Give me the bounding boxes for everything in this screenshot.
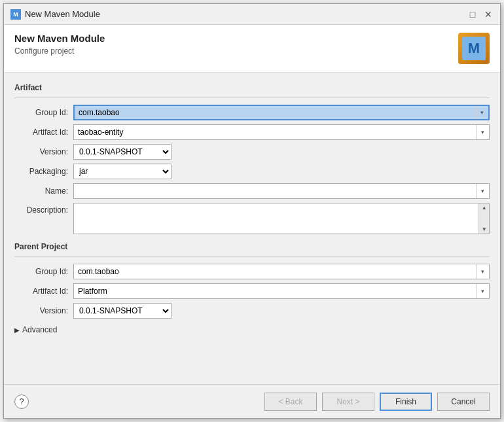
parent-artifact-id-row: Artifact Id: ▾ — [14, 283, 490, 299]
name-input[interactable] — [74, 185, 476, 197]
dialog: M New Maven Module □ ✕ New Maven Module … — [3, 3, 501, 419]
parent-version-select-wrapper: 0.0.1-SNAPSHOT — [73, 303, 171, 319]
title-bar-left: M New Maven Module — [10, 9, 100, 20]
parent-version-select[interactable]: 0.0.1-SNAPSHOT — [73, 303, 171, 319]
name-input-wrapper: ▾ — [73, 183, 490, 199]
group-id-dropdown-arrow[interactable]: ▾ — [475, 106, 488, 119]
description-textarea-wrapper: ▲ ▼ — [73, 203, 490, 234]
header-subtitle: Configure project — [14, 46, 105, 56]
header-icon-letter: M — [462, 37, 486, 60]
name-dropdown-arrow[interactable]: ▾ — [476, 184, 489, 198]
footer: ? < Back Next > Finish Cancel — [4, 384, 500, 418]
parent-project-title: Parent Project — [14, 242, 490, 251]
artifact-id-input-wrapper: ▾ — [73, 124, 490, 140]
description-label: Description: — [14, 203, 73, 215]
advanced-label: Advanced — [22, 325, 57, 334]
parent-version-label: Version: — [14, 306, 73, 315]
packaging-select[interactable]: jar war pom ear — [73, 164, 171, 179]
maven-icon: M — [10, 9, 21, 20]
parent-version-row: Version: 0.0.1-SNAPSHOT — [14, 303, 490, 319]
header-maven-icon: M — [458, 33, 490, 64]
group-id-input-wrapper: ▾ — [73, 105, 490, 120]
help-button[interactable]: ? — [14, 395, 29, 409]
parent-artifact-id-dropdown-arrow[interactable]: ▾ — [476, 284, 489, 298]
artifact-id-dropdown-arrow[interactable]: ▾ — [476, 125, 489, 139]
parent-project-section: Parent Project Group Id: ▾ Artifact Id: … — [14, 242, 490, 319]
parent-project-divider — [14, 256, 490, 257]
packaging-row: Packaging: jar war pom ear — [14, 164, 490, 179]
footer-buttons: < Back Next > Finish Cancel — [264, 393, 490, 411]
advanced-arrow-icon: ▶ — [14, 326, 20, 334]
name-row: Name: ▾ — [14, 183, 490, 199]
header-text: New Maven Module Configure project — [14, 33, 105, 56]
finish-button[interactable]: Finish — [380, 393, 432, 411]
header: New Maven Module Configure project M — [4, 25, 500, 73]
version-select-wrapper: 0.0.1-SNAPSHOT 1.0.0 1.0.0-SNAPSHOT — [73, 144, 171, 160]
parent-group-id-row: Group Id: ▾ — [14, 264, 490, 279]
parent-artifact-id-input[interactable] — [74, 285, 476, 297]
close-button[interactable]: ✕ — [483, 9, 494, 20]
artifact-section: Artifact Group Id: ▾ Artifact Id: ▾ — [14, 83, 490, 234]
artifact-id-label: Artifact Id: — [14, 128, 73, 137]
footer-left: ? — [14, 395, 29, 409]
version-select[interactable]: 0.0.1-SNAPSHOT 1.0.0 1.0.0-SNAPSHOT — [73, 144, 171, 160]
header-title: New Maven Module — [14, 33, 105, 44]
title-bar-controls: □ ✕ — [467, 9, 494, 20]
artifact-section-title: Artifact — [14, 83, 490, 92]
packaging-select-wrapper: jar war pom ear — [73, 164, 171, 179]
description-row: Description: ▲ ▼ — [14, 203, 490, 234]
parent-group-id-dropdown-arrow[interactable]: ▾ — [476, 264, 489, 279]
parent-group-id-input[interactable] — [74, 266, 476, 277]
group-id-input[interactable] — [75, 107, 475, 118]
minimize-button[interactable]: □ — [467, 9, 478, 20]
artifact-divider — [14, 97, 490, 98]
packaging-label: Packaging: — [14, 167, 73, 176]
artifact-id-input[interactable] — [74, 126, 476, 138]
scroll-up-icon[interactable]: ▲ — [482, 205, 487, 211]
advanced-row[interactable]: ▶ Advanced — [14, 325, 490, 334]
parent-artifact-id-input-wrapper: ▾ — [73, 283, 490, 299]
parent-group-id-input-wrapper: ▾ — [73, 264, 490, 279]
version-row: Version: 0.0.1-SNAPSHOT 1.0.0 1.0.0-SNAP… — [14, 144, 490, 160]
description-scrollbar: ▲ ▼ — [478, 203, 489, 234]
content-area: Artifact Group Id: ▾ Artifact Id: ▾ — [4, 73, 500, 384]
back-button[interactable]: < Back — [264, 393, 317, 411]
artifact-id-row: Artifact Id: ▾ — [14, 124, 490, 140]
version-label: Version: — [14, 147, 73, 156]
scroll-down-icon[interactable]: ▼ — [482, 226, 487, 232]
name-label: Name: — [14, 186, 73, 196]
description-textarea[interactable] — [74, 203, 478, 234]
parent-group-id-label: Group Id: — [14, 267, 73, 276]
group-id-label: Group Id: — [14, 108, 73, 117]
title-bar: M New Maven Module □ ✕ — [4, 4, 500, 25]
group-id-row: Group Id: ▾ — [14, 105, 490, 120]
title-bar-title: New Maven Module — [25, 9, 100, 19]
parent-artifact-id-label: Artifact Id: — [14, 287, 73, 296]
cancel-button[interactable]: Cancel — [437, 393, 490, 411]
next-button[interactable]: Next > — [322, 393, 374, 411]
